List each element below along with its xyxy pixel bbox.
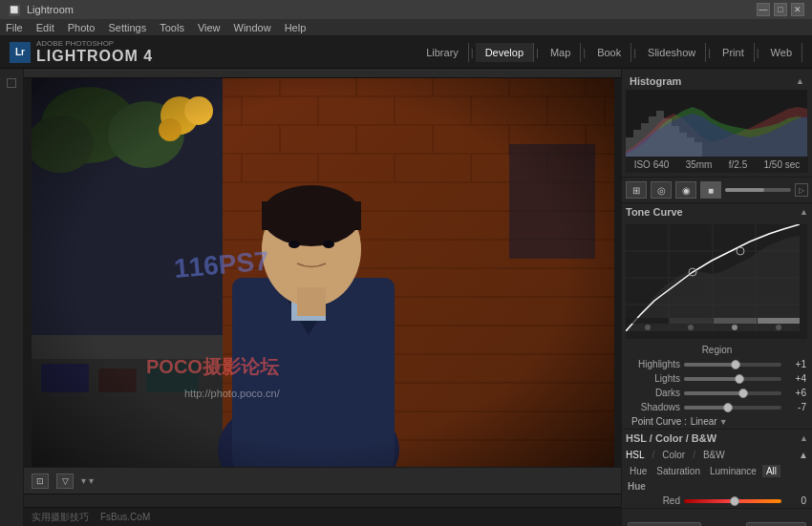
histogram-header: Histogram ▲ — [626, 73, 808, 90]
region-label: Region — [622, 343, 812, 357]
previous-button[interactable]: Previous — [628, 522, 701, 526]
view-mode-button[interactable]: ⊡ — [32, 473, 49, 489]
minimize-button[interactable]: — — [757, 3, 770, 16]
crop-tool[interactable]: ⊞ — [626, 181, 647, 199]
hsl-sub-tabs: Hue Saturation Luminance All — [622, 463, 812, 479]
focal-length: 35mm — [686, 159, 713, 170]
tab-map[interactable]: Map — [541, 43, 581, 62]
zoom-level: ▾ ▾ — [81, 475, 94, 486]
redeye-tool[interactable]: ◉ — [675, 181, 696, 199]
histogram-section: Histogram ▲ — [622, 69, 812, 178]
menu-window[interactable]: Window — [234, 22, 271, 33]
hsl-header: HSL / Color / B&W ▲ — [622, 430, 812, 447]
darks-label: Darks — [628, 388, 680, 398]
hsl-label: HSL / Color / B&W — [626, 432, 716, 444]
lights-slider[interactable] — [684, 377, 781, 381]
tools-slider[interactable] — [725, 188, 791, 192]
close-button[interactable]: ✕ — [791, 3, 804, 16]
highlights-slider[interactable] — [684, 363, 781, 367]
left-panel-toggle[interactable] — [7, 78, 16, 88]
hsl-sub-hue[interactable]: Hue — [626, 465, 651, 477]
main-layout: Lr ADOBE PHOTOSHOP LIGHTROOM 4 Library |… — [0, 36, 812, 526]
tab-book[interactable]: Book — [588, 43, 631, 62]
red-slider[interactable] — [684, 499, 781, 503]
hsl-tab-bw[interactable]: B&W — [703, 450, 725, 460]
left-panel — [0, 69, 24, 526]
hsl-section: HSL / Color / B&W ▲ HSL / Color / B&W ▲ … — [622, 430, 812, 509]
spot-tool[interactable]: ◎ — [651, 181, 672, 199]
tone-curve-section: Tone Curve ▲ — [622, 203, 812, 430]
info-bar: 实用摄影技巧 FsBus.CoM — [24, 507, 621, 526]
logo-sub: ADOBE PHOTOSHOP — [36, 40, 153, 48]
iso-value: ISO 640 — [634, 159, 670, 170]
menu-view[interactable]: View — [198, 22, 221, 33]
gradient-tool[interactable]: ■ — [700, 181, 721, 199]
histogram-label: Histogram — [630, 75, 681, 87]
point-curve-value[interactable]: Linear — [691, 416, 717, 427]
hsl-sub-sat[interactable]: Saturation — [652, 465, 704, 477]
tab-web[interactable]: Web — [761, 43, 802, 62]
point-curve-chevron[interactable]: ▼ — [719, 417, 728, 427]
hsl-all-btn[interactable]: ▲ — [799, 450, 808, 460]
point-curve-label: Point Curve : — [631, 416, 687, 427]
hsl-tab-bar: HSL / Color / B&W ▲ — [622, 447, 812, 463]
histogram-canvas — [626, 90, 807, 157]
shadows-value: -7 — [785, 402, 806, 412]
logo-area: Lr ADOBE PHOTOSHOP LIGHTROOM 4 — [10, 40, 153, 65]
darks-row: Darks +6 — [622, 386, 812, 400]
tab-develop[interactable]: Develop — [476, 43, 534, 62]
highlights-value: +1 — [785, 359, 806, 369]
tab-print[interactable]: Print — [713, 43, 755, 62]
center-panel: 116PS7 POCO摄影论坛 http://photo.poco.cn/ ⊡ … — [24, 69, 621, 526]
app-title: Lightroom — [27, 4, 74, 15]
shadows-row: Shadows -7 — [622, 400, 812, 414]
top-nav: Lr ADOBE PHOTOSHOP LIGHTROOM 4 Library |… — [0, 36, 812, 69]
histogram-toggle[interactable]: ▲ — [796, 76, 804, 86]
hsl-sub-lum[interactable]: Luminance — [706, 465, 760, 477]
bottom-buttons: Previous Reset — [622, 516, 812, 526]
red-value: 0 — [785, 495, 806, 506]
zoom-button[interactable]: ▽ — [56, 473, 74, 489]
content-area: 116PS7 POCO摄影论坛 http://photo.poco.cn/ ⊡ … — [0, 69, 812, 526]
tone-curve-toggle[interactable]: ▲ — [800, 207, 808, 217]
photo-container: 116PS7 POCO摄影论坛 http://photo.poco.cn/ — [32, 78, 614, 467]
right-panel: Histogram ▲ — [621, 69, 812, 526]
lr-badge: Lr — [10, 42, 31, 63]
filmstrip-area — [24, 494, 621, 507]
svg-rect-60 — [32, 78, 614, 467]
svg-text:http://photo.poco.cn/: http://photo.poco.cn/ — [184, 388, 281, 399]
menu-help[interactable]: Help — [285, 22, 307, 33]
tools-expand[interactable]: ▷ — [795, 183, 808, 197]
reset-button[interactable]: Reset — [746, 522, 806, 526]
maximize-button[interactable]: □ — [774, 3, 787, 16]
histogram-chart — [626, 90, 807, 157]
darks-slider[interactable] — [684, 391, 781, 395]
photo-area: 116PS7 POCO摄影论坛 http://photo.poco.cn/ — [24, 78, 621, 467]
svg-rect-85 — [758, 318, 800, 324]
tone-curve-canvas — [626, 224, 807, 339]
svg-rect-83 — [670, 318, 713, 324]
menu-edit[interactable]: Edit — [36, 22, 54, 33]
window-controls[interactable]: — □ ✕ — [757, 3, 804, 16]
svg-text:POCO摄影论坛: POCO摄影论坛 — [146, 356, 280, 377]
menu-photo[interactable]: Photo — [68, 22, 96, 33]
status-left: 实用摄影技巧 — [32, 511, 89, 524]
menu-bar: File Edit Photo Settings Tools View Wind… — [0, 19, 812, 36]
hsl-tab-color[interactable]: Color — [662, 450, 685, 460]
shadows-slider[interactable] — [684, 406, 781, 410]
shutter-speed: 1/50 sec — [764, 159, 801, 170]
menu-settings[interactable]: Settings — [108, 22, 146, 33]
nav-tabs: Library | Develop | Map | Book | Slidesh… — [417, 43, 802, 62]
tab-library[interactable]: Library — [417, 43, 469, 62]
menu-tools[interactable]: Tools — [160, 22, 184, 33]
tone-curve-label: Tone Curve — [626, 206, 683, 218]
hsl-tab-hsl[interactable]: HSL — [626, 450, 644, 460]
menu-file[interactable]: File — [6, 22, 23, 33]
lights-value: +4 — [785, 373, 806, 384]
filmstrip-top — [24, 69, 621, 78]
tools-row: ⊞ ◎ ◉ ■ ▷ — [622, 178, 812, 203]
hsl-sub-all[interactable]: All — [762, 465, 780, 477]
highlights-label: Highlights — [628, 359, 680, 369]
tab-slideshow[interactable]: Slideshow — [638, 43, 706, 62]
hsl-toggle[interactable]: ▲ — [800, 433, 808, 443]
